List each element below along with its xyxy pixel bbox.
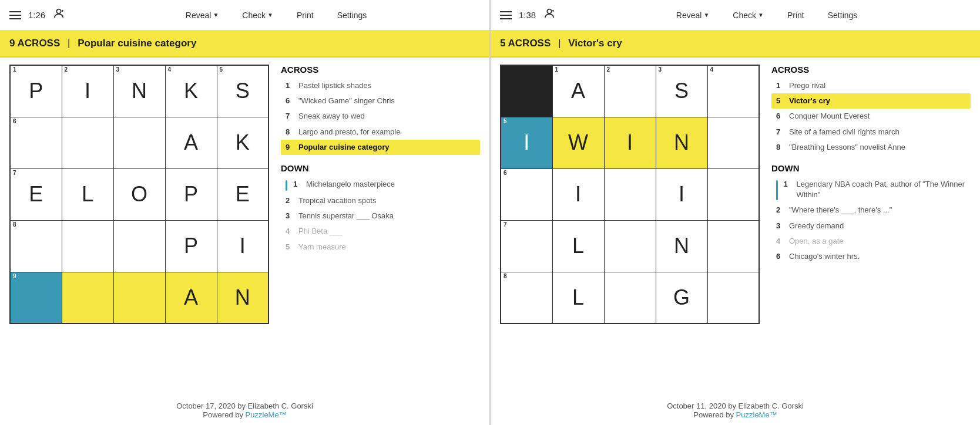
grid-row: 7 L N (501, 220, 759, 272)
clue-item[interactable]: 7 Site of a famed civil rights march (771, 124, 971, 140)
print-button-1[interactable]: Print (292, 8, 318, 22)
hamburger-icon-2[interactable] (500, 11, 512, 19)
clue-item[interactable]: 6 Chicago's winter hrs. (771, 249, 971, 264)
grid-cell[interactable]: N (656, 220, 707, 272)
grid-cell[interactable]: 5 I (501, 117, 552, 168)
grid-cell[interactable]: 4 K (165, 65, 217, 117)
puzzleme-link-2[interactable]: PuzzleMe™ (736, 410, 777, 419)
grid-cell[interactable]: 1 A (552, 65, 604, 117)
grid-cell[interactable] (707, 168, 759, 220)
grid-cell[interactable]: 2 I (62, 65, 113, 117)
svg-point-0 (57, 9, 61, 14)
grid-cell[interactable] (113, 220, 165, 272)
grid-cell[interactable] (604, 272, 656, 323)
clue-item-dimmed[interactable]: 4 Phi Beta ___ (281, 224, 480, 239)
grid-cell[interactable]: E (217, 168, 269, 220)
grid-cell[interactable]: G (656, 272, 707, 323)
grid-row: 1 P 2 I 3 N 4 K (10, 65, 269, 117)
clue-item[interactable]: 6 "Wicked Game" singer Chris (281, 93, 480, 109)
grid-cell[interactable]: I (217, 220, 269, 272)
grid-cell[interactable] (113, 272, 165, 323)
grid-cell[interactable]: 6 (10, 117, 62, 168)
grid-cell[interactable]: 5 S (217, 65, 269, 117)
puzzle-panel-2: 1:38 Reveal ▼ Check ▼ Print (491, 0, 980, 425)
clue-item[interactable]: 3 Greedy demand (771, 218, 971, 234)
clue-item[interactable]: 3 Tennis superstar ___ Osaka (281, 208, 480, 224)
grid-cell[interactable]: 2 (604, 65, 656, 117)
puzzle-content-2: 1 A 2 3 S 4 (491, 58, 980, 396)
puzzleme-link-1[interactable]: PuzzleMe™ (246, 410, 287, 419)
grid-cell[interactable]: 8 (10, 220, 62, 272)
grid-cell[interactable]: P (165, 220, 217, 272)
clue-item-dimmed[interactable]: 4 Open, as a gate (771, 234, 971, 249)
check-button-2[interactable]: Check ▼ (728, 8, 768, 22)
clue-item-active[interactable]: 9 Popular cuisine category (281, 140, 480, 155)
grid-cell[interactable]: I (604, 117, 656, 168)
clue-item[interactable]: 2 "Where there's ___, there's ..." (771, 203, 971, 218)
clue-item[interactable]: 1 Prego rival (771, 78, 971, 93)
grid-cell[interactable] (62, 272, 113, 323)
user-icon-1[interactable] (52, 7, 65, 23)
grid-cell[interactable]: L (62, 168, 113, 220)
grid-cell[interactable]: N (217, 272, 269, 323)
settings-button-2[interactable]: Settings (823, 8, 862, 22)
grid-cell[interactable]: L (552, 220, 604, 272)
grid-cell[interactable]: A (165, 272, 217, 323)
grid-cell[interactable]: 1 P (10, 65, 62, 117)
grid-cell[interactable]: 7 E (10, 168, 62, 220)
grid-cell[interactable]: L (552, 272, 604, 323)
grid-cell[interactable] (604, 220, 656, 272)
grid-cell[interactable] (113, 117, 165, 168)
clue-item[interactable]: 2 Tropical vacation spots (281, 193, 480, 208)
grid-row: 5 I W I N (501, 117, 759, 168)
down-bar-icon (286, 180, 287, 191)
clue-item[interactable]: 1 Michelangelo masterpiece (281, 177, 480, 193)
clue-banner-2: 5 ACROSS | Victor's cry (491, 31, 980, 58)
settings-button-1[interactable]: Settings (333, 8, 372, 22)
grid-cell[interactable]: 8 (501, 272, 552, 323)
grid-cell[interactable] (604, 168, 656, 220)
clue-item[interactable]: 1 Legendary NBA coach Pat, author of "Th… (771, 177, 971, 203)
grid-cell[interactable]: O (113, 168, 165, 220)
clue-item[interactable]: 7 Sneak away to wed (281, 109, 480, 124)
reveal-button-1[interactable]: Reveal ▼ (181, 8, 224, 22)
across-title-1: ACROSS (281, 65, 480, 75)
footer-powered-2: Powered by PuzzleMe™ (496, 410, 974, 419)
grid-cell[interactable]: 3 N (113, 65, 165, 117)
footer-powered-1: Powered by PuzzleMe™ (6, 410, 484, 419)
clue-item-dimmed[interactable]: 5 Yarn measure (281, 240, 480, 255)
grid-cell[interactable]: 9 (10, 272, 62, 323)
grid-cell[interactable] (62, 220, 113, 272)
grid-cell-black (501, 65, 552, 117)
grid-cell[interactable]: A (165, 117, 217, 168)
grid-cell[interactable] (62, 117, 113, 168)
user-icon-2[interactable] (543, 7, 556, 23)
grid-cell[interactable] (707, 220, 759, 272)
clue-item[interactable]: 8 Largo and presto, for example (281, 124, 480, 140)
clue-item[interactable]: 1 Pastel lipstick shades (281, 78, 480, 93)
clue-item-active[interactable]: 5 Victor's cry (771, 93, 971, 109)
grid-row: 8 P I (10, 220, 269, 272)
grid-cell[interactable] (707, 117, 759, 168)
print-button-2[interactable]: Print (783, 8, 809, 22)
svg-line-2 (62, 11, 63, 12)
grid-row: 8 L G (501, 272, 759, 323)
clue-item[interactable]: 6 Conquer Mount Everest (771, 109, 971, 124)
reveal-button-2[interactable]: Reveal ▼ (672, 8, 714, 22)
clue-item[interactable]: 8 "Breathing Lessons" novelist Anne (771, 140, 971, 155)
grid-cell[interactable]: 4 (707, 65, 759, 117)
grid-cell[interactable]: 7 (501, 220, 552, 272)
grid-cell[interactable]: I (552, 168, 604, 220)
grid-cell[interactable]: N (656, 117, 707, 168)
top-bar-1: 1:26 Reveal ▼ Check ▼ Print (0, 0, 489, 31)
grid-cell[interactable]: W (552, 117, 604, 168)
grid-cell[interactable]: 3 S (656, 65, 707, 117)
grid-cell[interactable]: P (165, 168, 217, 220)
check-button-1[interactable]: Check ▼ (237, 8, 278, 22)
grid-cell[interactable]: K (217, 117, 269, 168)
grid-cell[interactable] (707, 272, 759, 323)
grid-cell[interactable]: I (656, 168, 707, 220)
grid-cell[interactable]: 6 (501, 168, 552, 220)
hamburger-icon-1[interactable] (9, 11, 21, 19)
down-clue-list-2: 1 Legendary NBA coach Pat, author of "Th… (771, 177, 971, 264)
